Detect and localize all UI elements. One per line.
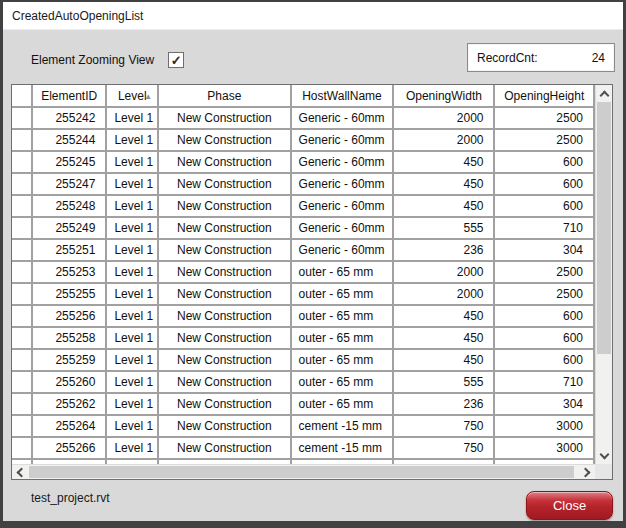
grid-cell-element_id[interactable]: 255245 bbox=[32, 151, 107, 173]
row-header-cell[interactable] bbox=[12, 239, 32, 261]
grid-cell-opening_height[interactable]: 710 bbox=[494, 217, 594, 239]
grid-cell-element_id[interactable]: 255262 bbox=[32, 393, 107, 415]
grid-cell-opening_width[interactable]: 450 bbox=[393, 195, 494, 217]
column-header-element_id[interactable]: ElementID bbox=[32, 85, 107, 107]
row-header-cell[interactable] bbox=[12, 107, 32, 129]
grid-cell-opening_height[interactable]: 600 bbox=[494, 305, 594, 327]
grid-cell-opening_width[interactable]: 450 bbox=[393, 327, 494, 349]
grid-cell-element_id[interactable]: 255260 bbox=[32, 371, 107, 393]
row-header-cell[interactable] bbox=[12, 415, 32, 437]
grid-cell-level[interactable]: Level 1 bbox=[106, 437, 158, 459]
row-header-cell[interactable] bbox=[12, 327, 32, 349]
grid-cell-level[interactable]: Level 1 bbox=[106, 393, 158, 415]
grid-cell-opening_height[interactable]: 600 bbox=[494, 173, 594, 195]
row-header-cell[interactable] bbox=[12, 173, 32, 195]
grid-cell-phase[interactable]: New Construction bbox=[158, 217, 290, 239]
vertical-scrollbar-thumb[interactable] bbox=[597, 102, 611, 354]
column-header-phase[interactable]: Phase bbox=[158, 85, 290, 107]
grid-cell-opening_height[interactable]: 2500 bbox=[494, 261, 594, 283]
close-button[interactable]: Close bbox=[526, 491, 613, 520]
grid-cell-opening_width[interactable]: 450 bbox=[393, 173, 494, 195]
grid-cell-level[interactable]: Level 1 bbox=[106, 129, 158, 151]
grid-cell-phase[interactable]: New Construction bbox=[158, 239, 290, 261]
grid-cell-element_id[interactable]: 255244 bbox=[32, 129, 107, 151]
grid-cell-phase[interactable]: New Construction bbox=[158, 173, 290, 195]
grid-cell-level[interactable]: Level 1 bbox=[106, 371, 158, 393]
grid-cell-opening_height[interactable]: 710 bbox=[494, 371, 594, 393]
column-header-opening_width[interactable]: OpeningWidth bbox=[393, 85, 494, 107]
row-header-cell[interactable] bbox=[12, 195, 32, 217]
grid-cell-opening_width[interactable]: 450 bbox=[393, 151, 494, 173]
grid-cell-phase[interactable]: New Construction bbox=[158, 415, 290, 437]
grid-cell-host_wall_name[interactable]: outer - 65 mm bbox=[291, 305, 394, 327]
grid-cell-level[interactable]: Level 1 bbox=[106, 261, 158, 283]
grid-cell-element_id[interactable]: 255247 bbox=[32, 173, 107, 195]
grid-cell-opening_height[interactable]: 600 bbox=[494, 195, 594, 217]
grid-cell-host_wall_name[interactable]: outer - 65 mm bbox=[291, 327, 394, 349]
grid-cell-phase[interactable]: New Construction bbox=[158, 151, 290, 173]
grid-cell-element_id[interactable]: 255242 bbox=[32, 107, 107, 129]
grid-cell-level[interactable]: Level 1 bbox=[106, 151, 158, 173]
grid-cell-phase[interactable]: New Construction bbox=[158, 261, 290, 283]
grid-cell-host_wall_name[interactable]: Generic - 60mm bbox=[291, 195, 394, 217]
grid-cell-element_id[interactable]: 255259 bbox=[32, 349, 107, 371]
grid-cell-level[interactable]: Level 1 bbox=[106, 305, 158, 327]
grid-cell-opening_width[interactable]: 2000 bbox=[393, 129, 494, 151]
grid-cell-level[interactable]: Level 1 bbox=[106, 217, 158, 239]
grid-cell-element_id[interactable]: 255266 bbox=[32, 437, 107, 459]
grid-cell-level[interactable]: Level 1 bbox=[106, 239, 158, 261]
grid-cell-level[interactable]: Level 1 bbox=[106, 173, 158, 195]
grid-cell-host_wall_name[interactable]: Generic - 60mm bbox=[291, 173, 394, 195]
element-zooming-checkbox[interactable]: ✓ bbox=[168, 52, 184, 68]
grid-cell-opening_width[interactable]: 2000 bbox=[393, 261, 494, 283]
row-header-cell[interactable] bbox=[12, 129, 32, 151]
grid-cell-opening_height[interactable]: 600 bbox=[494, 151, 594, 173]
grid-cell-element_id[interactable]: 255255 bbox=[32, 283, 107, 305]
grid-cell-host_wall_name[interactable]: Generic - 60mm bbox=[291, 151, 394, 173]
grid-cell-element_id[interactable]: 255251 bbox=[32, 239, 107, 261]
grid-cell-opening_height[interactable]: 600 bbox=[494, 349, 594, 371]
grid-cell-host_wall_name[interactable]: outer - 65 mm bbox=[291, 371, 394, 393]
row-header-cell[interactable] bbox=[12, 217, 32, 239]
grid-cell-opening_width[interactable]: 555 bbox=[393, 217, 494, 239]
grid-cell-level[interactable]: Level 1 bbox=[106, 107, 158, 129]
grid-cell-opening_height[interactable]: 600 bbox=[494, 327, 594, 349]
grid-cell-phase[interactable]: New Construction bbox=[158, 195, 290, 217]
grid-cell-host_wall_name[interactable]: outer - 65 mm bbox=[291, 393, 394, 415]
grid-cell-opening_width[interactable]: 750 bbox=[393, 415, 494, 437]
grid-cell-level[interactable]: Level 1 bbox=[106, 195, 158, 217]
row-header-cell[interactable] bbox=[12, 305, 32, 327]
grid-cell-opening_height[interactable]: 2500 bbox=[494, 107, 594, 129]
column-header-host_wall_name[interactable]: HostWallName bbox=[291, 85, 394, 107]
grid-cell-level[interactable]: Level 1 bbox=[106, 283, 158, 305]
grid-cell-host_wall_name[interactable]: outer - 65 mm bbox=[291, 349, 394, 371]
row-header-cell[interactable] bbox=[12, 437, 32, 459]
grid-cell-opening_height[interactable]: 3000 bbox=[494, 437, 594, 459]
grid-cell-opening_width[interactable]: 2000 bbox=[393, 283, 494, 305]
row-header-cell[interactable] bbox=[12, 393, 32, 415]
column-header-opening_height[interactable]: OpeningHeight bbox=[494, 85, 594, 107]
title-bar[interactable]: CreatedAutoOpeningList bbox=[3, 2, 623, 30]
vertical-scrollbar[interactable] bbox=[595, 85, 612, 464]
grid-cell-opening_width[interactable]: 236 bbox=[393, 393, 494, 415]
grid-cell-opening_height[interactable]: 304 bbox=[494, 393, 594, 415]
grid-cell-host_wall_name[interactable]: Generic - 60mm bbox=[291, 129, 394, 151]
scroll-up-button[interactable] bbox=[596, 85, 613, 101]
row-header-cell[interactable] bbox=[12, 371, 32, 393]
grid-cell-host_wall_name[interactable]: cement -15 mm bbox=[291, 437, 394, 459]
grid-cell-opening_width[interactable]: 236 bbox=[393, 239, 494, 261]
grid-cell-host_wall_name[interactable]: outer - 65 mm bbox=[291, 283, 394, 305]
grid-cell-host_wall_name[interactable]: Generic - 60mm bbox=[291, 217, 394, 239]
grid-cell-phase[interactable]: New Construction bbox=[158, 437, 290, 459]
grid-cell-phase[interactable]: New Construction bbox=[158, 305, 290, 327]
grid-cell-phase[interactable]: New Construction bbox=[158, 283, 290, 305]
column-header-level[interactable]: Level▲ bbox=[106, 85, 158, 107]
scroll-left-button[interactable] bbox=[12, 465, 28, 480]
grid-cell-element_id[interactable]: 255253 bbox=[32, 261, 107, 283]
grid-cell-phase[interactable]: New Construction bbox=[158, 349, 290, 371]
row-header-cell[interactable] bbox=[12, 261, 32, 283]
grid-cell-element_id[interactable]: 255256 bbox=[32, 305, 107, 327]
grid-cell-opening_width[interactable]: 2000 bbox=[393, 107, 494, 129]
grid-cell-phase[interactable]: New Construction bbox=[158, 393, 290, 415]
grid-cell-opening_height[interactable]: 3000 bbox=[494, 415, 594, 437]
